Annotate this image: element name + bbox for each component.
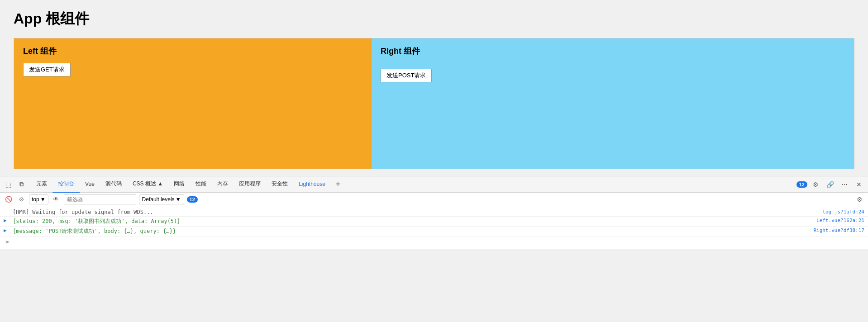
post-response-text: {message: 'POST请求测试成功', body: {…}, query… bbox=[13, 227, 804, 235]
default-levels-button[interactable]: Default levels ▼ bbox=[139, 194, 184, 204]
eye-icon[interactable]: 👁 bbox=[51, 194, 61, 204]
console-settings-icon[interactable]: ⚙ bbox=[854, 194, 864, 204]
error-badge: 12 bbox=[796, 181, 807, 188]
more-options-icon[interactable]: ⋯ bbox=[838, 178, 851, 191]
tab-lighthouse[interactable]: Lighthouse bbox=[293, 176, 331, 193]
expand-arrow-2[interactable]: ▶ bbox=[4, 227, 7, 233]
expand-arrow-1[interactable]: ▶ bbox=[4, 218, 7, 223]
tab-css[interactable]: CSS 概述 ▲ bbox=[127, 176, 168, 193]
default-levels-chevron-icon: ▼ bbox=[176, 196, 181, 203]
left-component: Left 组件 发送GET请求 bbox=[14, 38, 372, 169]
app-area: App 根组件 Left 组件 发送GET请求 Right 组件 发送POST请… bbox=[0, 0, 868, 176]
get-response-text: {status: 200, msg: '获取图书列表成功', data: Arr… bbox=[13, 218, 807, 225]
hmr-text: [HMR] Waiting for update signal from WDS… bbox=[13, 209, 813, 215]
console-line-hmr: [HMR] Waiting for update signal from WDS… bbox=[0, 208, 868, 217]
get-request-button[interactable]: 发送GET请求 bbox=[23, 63, 71, 76]
tab-elements[interactable]: 元素 bbox=[31, 176, 52, 193]
console-toolbar: 🚫 ⊘ top ▼ 👁 Default levels ▼ 12 ⚙ bbox=[0, 193, 868, 206]
page-title: App 根组件 bbox=[14, 9, 854, 29]
tab-sources[interactable]: 源代码 bbox=[100, 176, 127, 193]
devtools-left-icons: ⬚ ⧉ bbox=[3, 179, 27, 190]
add-tab-button[interactable]: + bbox=[332, 178, 344, 191]
remote-debug-icon[interactable]: 🔗 bbox=[824, 178, 836, 191]
left-component-title: Left 组件 bbox=[23, 46, 362, 57]
no-entry-icon[interactable]: ⊘ bbox=[16, 194, 26, 204]
devtools-panel: ⬚ ⧉ 元素 控制台 Vue 源代码 CSS 概述 ▲ 网络 性能 内存 应用程… bbox=[0, 176, 868, 249]
tab-vue[interactable]: Vue bbox=[80, 176, 100, 193]
prompt-caret-icon: > bbox=[5, 238, 9, 245]
devtools-right-icons: 12 ⚙ 🔗 ⋯ ✕ bbox=[796, 178, 865, 191]
console-line-post: ▶ {message: 'POST请求测试成功', body: {…}, que… bbox=[0, 227, 868, 237]
clear-console-icon[interactable]: 🚫 bbox=[4, 194, 14, 204]
tab-console[interactable]: 控制台 bbox=[52, 176, 80, 193]
post-request-button[interactable]: 发送POST请求 bbox=[381, 69, 432, 82]
filter-input[interactable] bbox=[64, 194, 136, 204]
top-label: top bbox=[32, 196, 39, 203]
console-prompt[interactable]: > bbox=[0, 237, 868, 247]
right-divider bbox=[381, 63, 845, 63]
settings-icon[interactable]: ⚙ bbox=[809, 178, 822, 191]
devtools-tab-bar: ⬚ ⧉ 元素 控制台 Vue 源代码 CSS 概述 ▲ 网络 性能 内存 应用程… bbox=[0, 176, 868, 193]
tab-security[interactable]: 安全性 bbox=[266, 176, 293, 193]
tab-performance[interactable]: 性能 bbox=[190, 176, 212, 193]
tab-memory[interactable]: 内存 bbox=[212, 176, 234, 193]
hmr-link[interactable]: log.js?1afd:24 bbox=[813, 209, 864, 215]
tab-application[interactable]: 应用程序 bbox=[234, 176, 266, 193]
top-context-selector[interactable]: top ▼ bbox=[29, 194, 48, 204]
top-chevron-icon: ▼ bbox=[40, 196, 46, 203]
get-response-link[interactable]: Left.vue?162a:21 bbox=[807, 218, 864, 223]
components-container: Left 组件 发送GET请求 Right 组件 发送POST请求 bbox=[14, 38, 854, 169]
tab-network[interactable]: 网络 bbox=[168, 176, 190, 193]
device-icon[interactable]: ⧉ bbox=[16, 179, 27, 190]
console-line-get: ▶ {status: 200, msg: '获取图书列表成功', data: A… bbox=[0, 217, 868, 227]
inspect-icon[interactable]: ⬚ bbox=[3, 179, 14, 190]
post-response-link[interactable]: Right.vue?df38:17 bbox=[804, 227, 864, 233]
console-badge: 12 bbox=[187, 196, 198, 203]
right-component-title: Right 组件 bbox=[381, 46, 845, 57]
console-content: [HMR] Waiting for update signal from WDS… bbox=[0, 206, 868, 249]
right-component: Right 组件 发送POST请求 bbox=[372, 38, 854, 169]
close-devtools-icon[interactable]: ✕ bbox=[853, 178, 865, 191]
